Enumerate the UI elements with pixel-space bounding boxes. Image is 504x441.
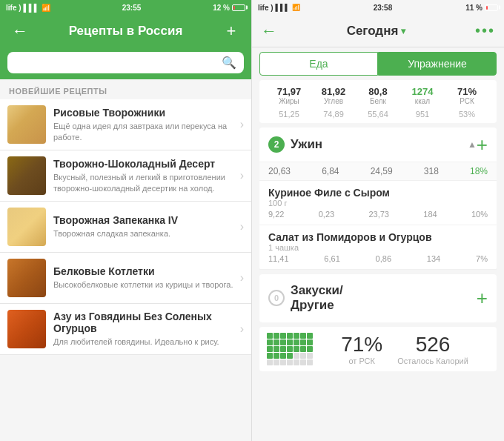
food-name-1: Куриное Филе с Сыром [268, 187, 488, 199]
grid-cell [273, 346, 279, 352]
snacks-number: 0 [268, 290, 285, 306]
rsk-col: 71% РСК [445, 86, 489, 105]
fat-label: Жиры [267, 97, 311, 105]
chevron-right-icon-2: › [240, 169, 244, 182]
tabs-row: Еда Упражнение [252, 47, 504, 80]
list-item[interactable]: Азу из Говядины Без Соленых Огурцов Для … [0, 304, 251, 355]
grid-cell-empty [307, 359, 313, 365]
carb-label: Углев [311, 97, 356, 105]
food-stat-rsk-2: 7% [476, 254, 488, 263]
meal-add-button[interactable]: + [477, 135, 488, 154]
bottom-stat-calories: 526 Осталось Калорий [397, 333, 468, 365]
left-nav-bar: ← Рецепты в Россия + [0, 15, 251, 47]
right-status-left: life ) ▌▌▌ 📶 [258, 4, 300, 12]
food-portion-2: 1 чашка [268, 243, 488, 252]
recipe-desc-2: Вкусный, полезный и легкий в приготовлен… [53, 172, 236, 193]
grid-cell [267, 339, 273, 345]
recipe-info-1: Рисовые Творожники Ещё одна идея для зав… [53, 107, 236, 142]
prot-sub: 55,64 [356, 110, 400, 119]
meal-name: Ужин [291, 137, 465, 152]
bottom-calories-label: Осталось Калорий [397, 357, 468, 365]
left-status-bar: life ) ▌▌▌ 📶 23:55 12 % [0, 0, 251, 15]
list-item[interactable]: Белковые Котлетки Высокобелковые котлетк… [0, 253, 251, 304]
list-item[interactable]: Творожно-Шоколадный Десерт Вкусный, поле… [0, 150, 251, 202]
grid-cell [294, 339, 299, 345]
grid-cell-empty [294, 353, 299, 359]
recipe-thumb-1 [7, 105, 46, 144]
recipe-desc-1: Ещё одна идея для завтрака или перекуса … [53, 121, 236, 142]
bottom-bar: 71% от РСК 526 Осталось Калорий [259, 327, 497, 371]
recipe-name-5: Азу из Говядины Без Соленых Огурцов [53, 311, 236, 334]
dropdown-arrow-icon[interactable]: ▾ [401, 26, 405, 36]
recipe-list: Рисовые Творожники Ещё одна идея для зав… [0, 99, 251, 441]
grid-cell [280, 353, 286, 359]
battery-pct-left: 12 % [213, 4, 230, 12]
grid-cell-empty [300, 359, 306, 365]
food-stats-1: 9,22 0,23 23,73 184 10% [268, 210, 488, 219]
snacks-name: Закуски/Другие [291, 283, 477, 314]
cal-col: 1274 ккал [400, 86, 445, 105]
food-item-1[interactable]: Куриное Филе с Сыром 100 г 9,22 0,23 23,… [259, 181, 497, 225]
meal-section: 2 Ужин ▲ + 20,63 6,84 24,59 318 18% Кури… [259, 127, 497, 270]
more-button-right[interactable]: ••• [475, 22, 495, 39]
left-status-right: 12 % [213, 4, 245, 12]
tab-food[interactable]: Еда [259, 52, 378, 76]
search-input-wrap[interactable]: 🔍 [7, 52, 244, 73]
grid-cell [287, 333, 293, 339]
grid-cell [287, 346, 293, 352]
list-item[interactable]: Рисовые Творожники Ещё одна идея для зав… [0, 99, 251, 150]
cal-value: 1274 [400, 86, 445, 97]
nutrition-values-row: 71,97 Жиры 81,92 Углев 80,8 Белк 1274 кк… [259, 84, 497, 107]
grid-cell [300, 339, 306, 345]
search-bar: 🔍 [0, 47, 251, 79]
bottom-rsk-label: от РСК [341, 357, 382, 365]
cal-label: ккал [400, 97, 445, 105]
grid-cell [273, 339, 279, 345]
back-button-right[interactable]: ← [261, 21, 277, 41]
add-button-left[interactable]: + [220, 23, 242, 39]
right-status-bar: life ) ▌▌▌ 📶 23:58 11 % [252, 0, 504, 15]
time-right: 23:58 [374, 4, 393, 12]
time-left: 23:55 [122, 4, 142, 12]
recipe-info-2: Творожно-Шоколадный Десерт Вкусный, поле… [53, 158, 236, 193]
list-item[interactable]: Творожная Запеканка IV Творожная сладкая… [0, 202, 251, 253]
recipe-desc-5: Для любителей говядины. Идеально к рису. [53, 336, 236, 347]
back-button-left[interactable]: ← [9, 23, 31, 39]
recipe-info-4: Белковые Котлетки Высокобелковые котлетк… [53, 265, 236, 290]
food-stat-carb-1: 0,23 [319, 210, 334, 219]
right-nav-title: Сегодня [347, 24, 399, 39]
grid-cell [267, 353, 273, 359]
left-nav-title: Рецепты в Россия [31, 24, 220, 39]
chevron-right-icon-1: › [240, 118, 244, 131]
food-stat-fat-1: 9,22 [268, 210, 284, 219]
grid-cell [294, 333, 299, 339]
snacks-add-button[interactable]: + [477, 288, 488, 308]
grid-cell [307, 333, 313, 339]
bottom-stat-rsk: 71% от РСК [341, 333, 382, 365]
fat-col: 71,97 Жиры [267, 86, 311, 105]
recipe-name-2: Творожно-Шоколадный Десерт [53, 158, 236, 170]
signal-icon-left: ▌▌▌ [24, 4, 39, 12]
carb-col: 81,92 Углев [311, 86, 356, 105]
food-stat-prot-1: 23,73 [368, 210, 389, 219]
meal-header[interactable]: 2 Ужин ▲ + [259, 127, 497, 162]
tab-exercise[interactable]: Упражнение [378, 52, 497, 76]
recipe-info-3: Творожная Запеканка IV Творожная сладкая… [53, 214, 236, 239]
meal-stats-row: 20,63 6,84 24,59 318 18% [259, 162, 497, 181]
chevron-right-icon-5: › [240, 322, 244, 336]
fat-sub-col: 51,25 [267, 110, 311, 119]
right-status-right: 11 % [465, 4, 498, 12]
food-stat-fat-2: 11,41 [268, 254, 289, 263]
bottom-stats: 71% от РСК 526 Осталось Калорий [320, 333, 489, 365]
recipe-thumb-2 [7, 156, 46, 195]
left-status-left: life ) ▌▌▌ 📶 [6, 4, 50, 12]
grid-cell [280, 346, 286, 352]
progress-grid [267, 333, 313, 365]
carb-sub: 74,89 [311, 110, 356, 119]
search-input[interactable] [15, 57, 222, 69]
food-item-2[interactable]: Салат из Помидоров и Огурцов 1 чашка 11,… [259, 225, 497, 270]
snacks-header[interactable]: 0 Закуски/Другие + [259, 274, 497, 322]
recipe-desc-3: Творожная сладкая запеканка. [53, 228, 236, 239]
right-panel: life ) ▌▌▌ 📶 23:58 11 % ← Сегодня ▾ ••• … [252, 0, 504, 441]
meal-stat-cal: 318 [424, 166, 439, 176]
